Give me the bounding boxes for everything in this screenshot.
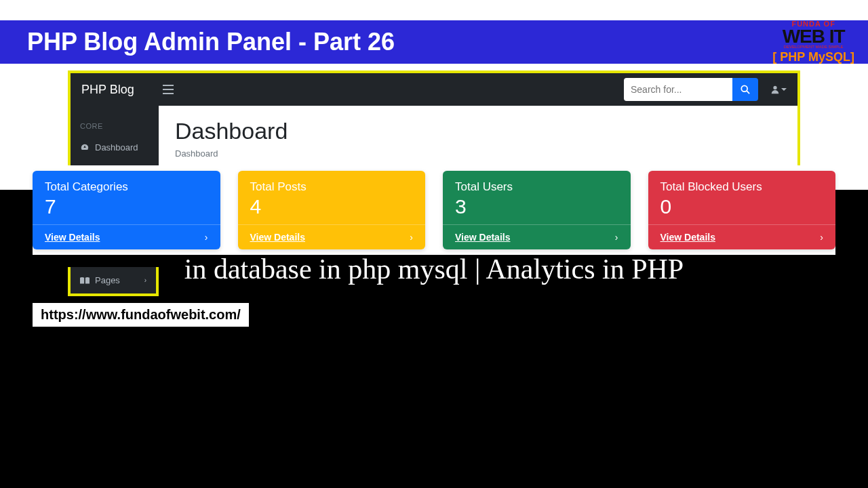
card-total-categories: Total Categories 7 View Details › xyxy=(33,171,220,249)
search-button[interactable] xyxy=(732,78,758,101)
title-bar: PHP Blog Admin Panel - Part 26 FUNDA OF … xyxy=(0,20,868,64)
topbar: PHP Blog xyxy=(71,73,797,106)
card-total-posts: Total Posts 4 View Details › xyxy=(238,171,426,249)
svg-point-1 xyxy=(773,86,776,89)
description-line2: in database in php mysql | Analytics in … xyxy=(41,250,827,289)
sidebar-heading-core: CORE xyxy=(71,117,159,136)
brand-logo: FUNDA OF WEB IT DEVELOPMENT MADE SIMPLE … xyxy=(772,20,854,64)
card-title: Total Categories xyxy=(45,180,208,194)
sidebar-item-dashboard[interactable]: Dashboard xyxy=(71,136,159,159)
caret-down-icon xyxy=(781,87,787,92)
page-title: Dashboard xyxy=(175,118,781,144)
video-title: PHP Blog Admin Panel - Part 26 xyxy=(27,28,772,56)
user-menu[interactable] xyxy=(770,85,787,94)
tachometer-icon xyxy=(80,143,90,152)
app-brand: PHP Blog xyxy=(81,83,156,97)
sidebar-item-label: Pages xyxy=(95,275,120,285)
user-icon xyxy=(770,85,780,94)
search-input[interactable] xyxy=(624,78,732,101)
card-title: Total Users xyxy=(455,180,618,194)
search-icon xyxy=(741,85,750,94)
chevron-right-icon: › xyxy=(205,232,208,243)
search-group xyxy=(624,78,758,101)
card-view-details-link[interactable]: View Details › xyxy=(443,224,631,249)
breadcrumb: Dashboard xyxy=(175,148,781,159)
card-view-details-link[interactable]: View Details › xyxy=(648,224,836,249)
card-value: 4 xyxy=(250,195,414,218)
sidebar-bottom-fragment: Pages › xyxy=(68,267,159,296)
stats-cards-row: Total Categories 7 View Details › Total … xyxy=(33,165,835,255)
sidebar-item-label: Dashboard xyxy=(95,142,138,152)
chevron-right-icon: › xyxy=(144,277,146,284)
card-view-details-link[interactable]: View Details › xyxy=(33,224,220,249)
card-value: 0 xyxy=(660,195,824,218)
card-title: Total Posts xyxy=(250,180,414,194)
chevron-right-icon: › xyxy=(820,232,823,243)
card-total-users: Total Users 3 View Details › xyxy=(443,171,631,249)
card-title: Total Blocked Users xyxy=(660,180,824,194)
card-total-blocked-users: Total Blocked Users 0 View Details › xyxy=(648,171,836,249)
svg-point-0 xyxy=(741,85,747,92)
chevron-right-icon: › xyxy=(410,232,413,243)
book-icon xyxy=(80,277,90,285)
card-view-details-link[interactable]: View Details › xyxy=(238,224,426,249)
menu-toggle-icon[interactable] xyxy=(163,85,174,94)
sidebar-item-pages[interactable]: Pages › xyxy=(71,267,156,293)
card-value: 7 xyxy=(45,195,208,218)
chevron-right-icon: › xyxy=(615,232,618,243)
site-url: https://www.fundaofwebit.com/ xyxy=(33,303,249,327)
card-value: 3 xyxy=(455,195,618,218)
